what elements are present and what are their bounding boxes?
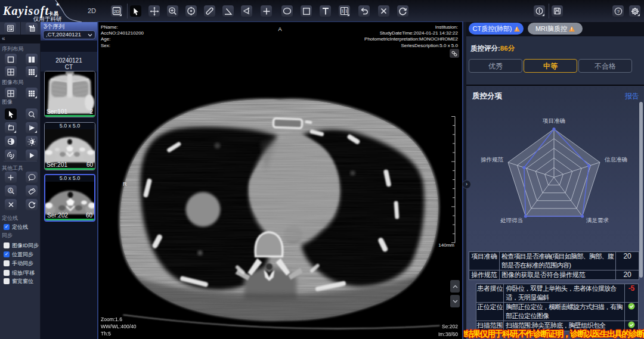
svg-text:1: 1: [345, 9, 348, 13]
svg-text:信息准确: 信息准确: [604, 156, 627, 163]
svg-text:1: 1: [342, 9, 344, 13]
svg-text:处理得当: 处理得当: [500, 217, 523, 223]
svg-text:仅用于科研: 仅用于科研: [33, 15, 62, 22]
svg-text:项目准确: 项目准确: [542, 117, 565, 124]
svg-text:操作规范: 操作规范: [481, 156, 504, 163]
svg-text:满足需求: 满足需求: [586, 217, 609, 223]
svg-text:★: ★: [55, 2, 60, 7]
svg-text:?: ?: [617, 9, 620, 14]
svg-text:A: A: [9, 188, 12, 192]
